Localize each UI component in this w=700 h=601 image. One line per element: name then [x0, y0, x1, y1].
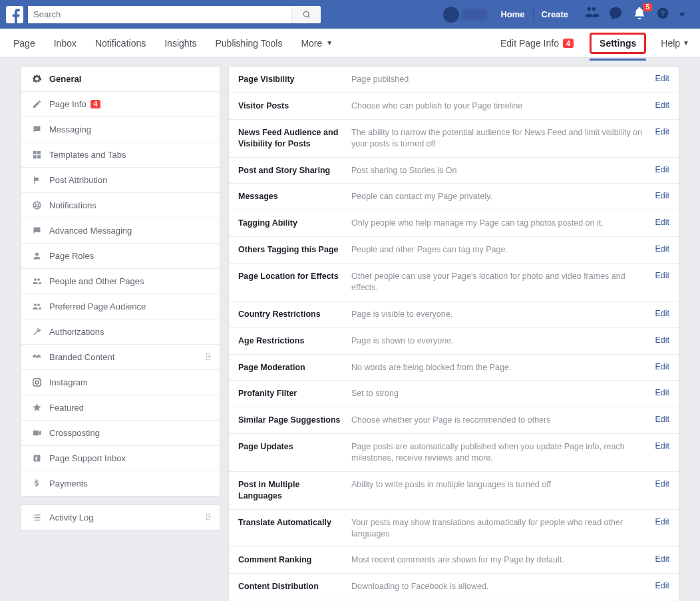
sidebar-activity-card: Activity Log: [21, 504, 220, 530]
sidebar-item-label: Crossposting: [49, 428, 100, 438]
setting-row-page-visibility: Page Visibility Page published Edit: [229, 67, 679, 93]
tab-publishing-tools[interactable]: Publishing Tools: [206, 29, 291, 57]
sidebar-item-notifications[interactable]: Notifications: [21, 193, 220, 218]
edit-link[interactable]: Edit: [655, 335, 669, 345]
sidebar-item-advanced-messaging[interactable]: Advanced Messaging: [21, 218, 220, 244]
edit-link[interactable]: Edit: [655, 100, 669, 110]
edit-link[interactable]: Edit: [655, 74, 669, 83]
friend-requests-icon[interactable]: [584, 6, 599, 23]
setting-label: Visitor Posts: [238, 100, 345, 112]
tab-more[interactable]: More▼: [291, 29, 342, 57]
setting-row-age-restrictions: Age Restrictions Page is shown to everyo…: [229, 328, 679, 355]
facebook-logo[interactable]: [5, 5, 24, 24]
sidebar-item-instagram[interactable]: Instagram: [21, 370, 220, 395]
tab-help[interactable]: Help▼: [654, 38, 696, 49]
sidebar-item-label: Page Info: [49, 99, 87, 109]
sidebar-item-crossposting[interactable]: Crossposting: [21, 421, 220, 446]
edit-link[interactable]: Edit: [655, 441, 669, 451]
notifications-icon[interactable]: 5: [632, 6, 647, 23]
edit-link[interactable]: Edit: [655, 581, 669, 590]
sidebar-item-label: Advanced Messaging: [49, 226, 132, 236]
sidebar-main-card: General Page Info 4 Messaging Templates …: [21, 66, 220, 497]
person-icon: [31, 251, 43, 261]
edit-link[interactable]: Edit: [655, 388, 669, 397]
edit-link[interactable]: Edit: [655, 191, 669, 200]
setting-row-comment-ranking: Comment Ranking Most recent comments are…: [229, 547, 679, 574]
sidebar-item-label: Post Attribution: [49, 175, 107, 185]
setting-label: Profanity Filter: [238, 388, 345, 399]
sidebar-item-templates-and-tabs[interactable]: Templates and Tabs: [21, 142, 220, 168]
edit-link[interactable]: Edit: [655, 309, 669, 318]
edit-page-info-link[interactable]: Edit Page Info 4: [492, 38, 582, 49]
edit-link[interactable]: Edit: [655, 517, 669, 526]
chevron-down-icon: ▼: [326, 39, 333, 47]
profile-link[interactable]: [437, 0, 494, 29]
edit-link[interactable]: Edit: [655, 165, 669, 174]
setting-description: Ability to write posts in multiple langu…: [351, 479, 648, 491]
sidebar-item-payments[interactable]: Payments: [21, 471, 220, 496]
setting-row-similar-page-suggestions: Similar Page Suggestions Choose whether …: [229, 407, 679, 434]
setting-description: The ability to narrow the potential audi…: [351, 127, 648, 150]
setting-label: Similar Page Suggestions: [238, 415, 345, 426]
globe-icon: [31, 200, 43, 210]
edit-link[interactable]: Edit: [655, 218, 669, 227]
tab-insights[interactable]: Insights: [155, 29, 206, 57]
edit-link[interactable]: Edit: [655, 479, 669, 489]
setting-label: Post and Story Sharing: [238, 165, 345, 176]
topbar: Home Create 5: [0, 0, 700, 29]
setting-row-post-in-multiple-languages: Post in Multiple Languages Ability to wr…: [229, 472, 679, 510]
setting-label: Comment Ranking: [238, 554, 345, 566]
search-input[interactable]: [28, 6, 291, 23]
edit-link[interactable]: Edit: [655, 244, 669, 254]
sidebar-item-branded-content[interactable]: Branded Content: [21, 345, 220, 370]
sidebar-item-label: People and Other Pages: [49, 276, 144, 286]
sidebar-item-featured[interactable]: Featured: [21, 395, 220, 421]
setting-description: Choose whether your Page is recommended …: [351, 415, 648, 426]
edit-link[interactable]: Edit: [655, 362, 669, 371]
edit-link[interactable]: Edit: [655, 415, 669, 424]
sidebar-item-page-info[interactable]: Page Info 4: [21, 92, 220, 117]
setting-label: Translate Automatically: [238, 517, 345, 528]
sidebar-item-activity-log[interactable]: Activity Log: [21, 505, 220, 530]
setting-row-post-and-story-sharing: Post and Story Sharing Post sharing to S…: [229, 158, 679, 184]
home-link[interactable]: Home: [494, 0, 531, 29]
sidebar-item-people-and-other-pages[interactable]: People and Other Pages: [21, 269, 220, 294]
edit-link[interactable]: Edit: [655, 554, 669, 564]
external-icon: [204, 352, 213, 363]
sidebar-item-messaging[interactable]: Messaging: [21, 117, 220, 142]
setting-label: Country Restrictions: [238, 309, 345, 320]
setting-description: Only people who help manage my Page can …: [351, 218, 648, 229]
list-icon: [31, 512, 43, 522]
tab-settings[interactable]: Settings: [590, 33, 646, 54]
edit-page-info-badge: 4: [563, 39, 574, 48]
sidebar-item-page-roles[interactable]: Page Roles: [21, 244, 220, 269]
handshake-icon: [31, 352, 43, 362]
help-icon[interactable]: [656, 7, 669, 22]
video-icon: [31, 428, 43, 438]
people-icon: [31, 301, 43, 311]
setting-description: Page published: [351, 74, 648, 85]
create-link[interactable]: Create: [535, 0, 575, 29]
search-wrap: [28, 6, 321, 23]
sidebar-item-label: Templates and Tabs: [49, 150, 126, 160]
sidebar-item-post-attribution[interactable]: Post Attribution: [21, 168, 220, 193]
account-caret-icon[interactable]: [679, 13, 685, 17]
tab-inbox[interactable]: Inbox: [45, 29, 86, 57]
tab-page[interactable]: Page: [4, 29, 45, 57]
setting-row-translate-automatically: Translate Automatically Your posts may s…: [229, 510, 679, 548]
search-button[interactable]: [291, 6, 321, 23]
setting-row-content-distribution: Content Distribution Downloading to Face…: [229, 574, 679, 600]
setting-row-visitor-posts: Visitor Posts Choose who can publish to …: [229, 93, 679, 120]
sidebar-item-general[interactable]: General: [21, 67, 220, 92]
edit-link[interactable]: Edit: [655, 271, 669, 280]
sidebar-item-authorizations[interactable]: Authorizations: [21, 319, 220, 345]
sidebar-item-preferred-page-audience[interactable]: Preferred Page Audience: [21, 294, 220, 319]
setting-row-profanity-filter: Profanity Filter Set to strong Edit: [229, 381, 679, 407]
edit-link[interactable]: Edit: [655, 127, 669, 136]
messenger-icon[interactable]: [608, 6, 623, 23]
dollar-icon: [31, 479, 43, 489]
tab-notifications[interactable]: Notifications: [86, 29, 155, 57]
sidebar-item-page-support-inbox[interactable]: Page Support Inbox: [21, 446, 220, 471]
sidebar-item-label: Instagram: [49, 377, 88, 387]
content: General Page Info 4 Messaging Templates …: [21, 66, 679, 601]
